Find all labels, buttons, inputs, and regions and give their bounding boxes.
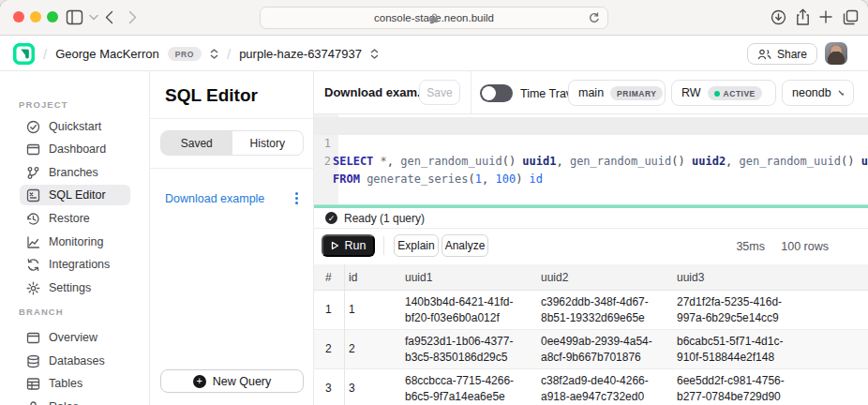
tab-saved[interactable]: Saved [161, 131, 232, 155]
sidebar-item-overview[interactable]: Overview [20, 327, 130, 348]
col-header-num: # [325, 271, 342, 284]
back-icon[interactable] [105, 10, 113, 24]
sidebar-item-branches[interactable]: Branches [20, 162, 130, 183]
code-line[interactable]: 1 SELECT *, gen_random_uuid() uuid1, gen… [314, 117, 868, 135]
neon-logo[interactable] [13, 43, 35, 65]
sql-editor-icon [26, 188, 40, 202]
sidebar-item-quickstart[interactable]: Quickstart [20, 116, 130, 137]
forward-icon[interactable] [128, 10, 137, 24]
code-line[interactable]: 2 FROM generate_series(1, 100) id [314, 135, 868, 153]
col-header-uuid2: uuid2 [541, 271, 667, 284]
results-header-row: # id uuid1 uuid2 uuid3 [314, 264, 868, 291]
sidebar-item-integrations[interactable]: Integrations [20, 254, 130, 275]
col-header-id: id [349, 271, 397, 284]
roles-icon [26, 400, 40, 405]
query-toolbar: Download exam... Save Time Travel main P… [314, 71, 868, 114]
people-icon [757, 49, 771, 60]
branch-select[interactable]: main PRIMARY [568, 80, 666, 106]
address-bar[interactable]: console-stage.neon.build [260, 7, 608, 29]
user-avatar[interactable] [825, 42, 847, 65]
reload-icon[interactable] [588, 11, 600, 24]
databases-icon [26, 354, 40, 368]
divider [471, 71, 471, 114]
branch-select-value: main [578, 86, 604, 99]
compute-select[interactable]: RW ACTIVE [671, 80, 776, 106]
saved-query-name[interactable]: Download example [165, 192, 264, 205]
sidebar-item-dashboard[interactable]: Dashboard [20, 139, 130, 159]
sidebar-item-roles[interactable]: Roles [20, 397, 130, 405]
run-button[interactable]: Run [322, 234, 375, 257]
sidebar-item-restore[interactable]: Restore [20, 208, 130, 229]
breadcrumb: / George MacKerron PRO / purple-haze-637… [13, 36, 379, 71]
column-divider [344, 330, 345, 368]
column-divider [344, 264, 345, 290]
queries-panel: SQL Editor Saved History Download exampl… [150, 71, 314, 405]
close-window-button[interactable] [13, 11, 24, 22]
sidebar-item-tables[interactable]: Tables [20, 373, 130, 394]
query-duration: 35ms [736, 240, 765, 253]
breadcrumb-separator: / [227, 46, 231, 62]
sidebar-item-sql-editor[interactable]: SQL Editor [20, 185, 130, 205]
sidebar-item-settings[interactable]: Settings [20, 278, 130, 298]
primary-badge: PRIMARY [610, 86, 663, 100]
browser-window: console-stage.neon.build [0, 0, 868, 405]
column-divider [344, 369, 345, 405]
plus-icon: + [193, 375, 206, 388]
ready-check-icon: ✓ [325, 212, 337, 224]
panel-title: SQL Editor [165, 85, 258, 106]
sidebar-item-monitoring[interactable]: Monitoring [20, 232, 130, 252]
project-name[interactable]: purple-haze-63747937 [239, 47, 362, 61]
tab-history[interactable]: History [232, 131, 304, 155]
monitoring-icon [26, 235, 40, 249]
chevron-down-icon[interactable] [89, 14, 98, 21]
lock-icon [430, 13, 439, 23]
sql-code-editor[interactable]: 1 SELECT *, gen_random_uuid() uuid1, gen… [314, 114, 868, 204]
new-query-button[interactable]: + New Query [160, 369, 304, 393]
analyze-button[interactable]: Analyze [441, 234, 488, 257]
row-count: 100 rows [781, 240, 829, 253]
minimize-window-button[interactable] [30, 11, 41, 22]
settings-icon [26, 281, 40, 295]
table-row[interactable]: 1 1 140b3b4d-6421-41fd-bf20-f03e6b0a012f… [314, 291, 868, 330]
restore-icon [26, 212, 40, 226]
time-travel-toggle[interactable] [480, 84, 513, 102]
divider [383, 236, 384, 255]
project-switcher-icon[interactable] [370, 49, 379, 59]
saved-query-item[interactable]: Download example [165, 190, 302, 206]
col-header-uuid1: uuid1 [405, 271, 531, 284]
query-title: Download exam... [324, 85, 427, 99]
sidebar-item-databases[interactable]: Databases [20, 351, 130, 371]
table-row[interactable]: 2 2 fa9523d1-1b06-4377-b3c5-8350186d29c5… [314, 330, 868, 369]
play-icon [331, 241, 339, 250]
compute-select-value: RW [681, 86, 701, 99]
tables-icon [26, 377, 40, 391]
save-button[interactable]: Save [419, 80, 460, 105]
explain-button[interactable]: Explain [394, 234, 439, 257]
new-tab-icon[interactable] [819, 10, 832, 23]
query-menu-icon[interactable] [292, 190, 302, 206]
new-query-label: New Query [213, 375, 272, 388]
dashboard-icon [26, 142, 40, 157]
database-select[interactable]: neondb [782, 80, 854, 106]
database-select-value: neondb [792, 86, 831, 99]
tab-overview-icon[interactable] [843, 9, 859, 25]
pro-badge: PRO [168, 47, 202, 61]
saved-history-tabs: Saved History [160, 130, 304, 156]
share-page-icon[interactable] [796, 8, 810, 26]
table-row[interactable]: 3 3 68ccbcca-7715-4266-b6c5-9f7a14ea6e5e… [314, 369, 868, 405]
org-switcher-icon[interactable] [210, 49, 218, 59]
status-text: Ready (1 query) [344, 212, 425, 225]
org-name[interactable]: George MacKerron [55, 47, 159, 61]
downloads-icon[interactable] [771, 9, 786, 25]
quickstart-icon [26, 120, 40, 134]
results-table: # id uuid1 uuid2 uuid3 1 1 140b3b4d-6421… [314, 264, 868, 405]
share-button[interactable]: Share [747, 43, 817, 65]
chevron-down-icon [838, 90, 844, 96]
main-area: Download exam... Save Time Travel main P… [314, 71, 868, 405]
sidebar: PROJECT Quickstart Dashboard Branches SQ… [0, 71, 150, 405]
sidebar-section-project: PROJECT [19, 99, 68, 110]
status-bar: ✓ Ready (1 query) [314, 208, 868, 229]
col-header-uuid3: uuid3 [677, 271, 808, 284]
sidebar-toggle-icon[interactable] [66, 9, 83, 25]
zoom-window-button[interactable] [47, 11, 58, 22]
